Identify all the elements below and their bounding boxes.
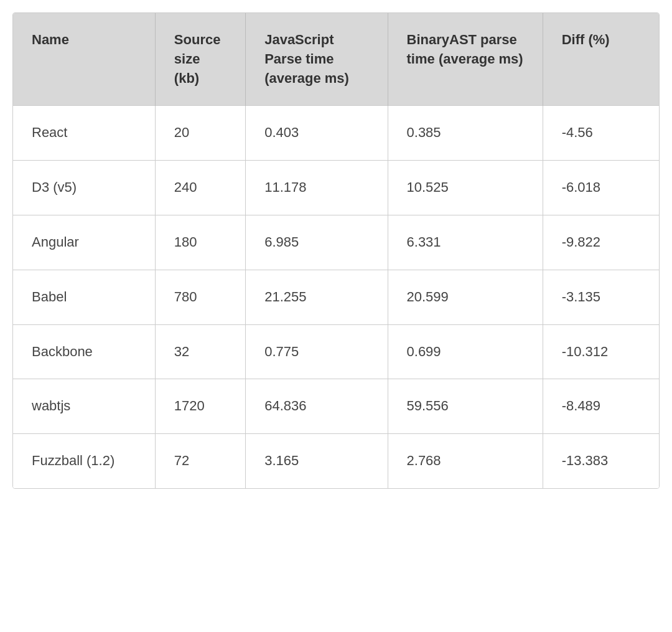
cell-js-parse-time: 0.403	[246, 106, 388, 161]
table-row: Fuzzball (1.2)723.1652.768-13.383	[13, 434, 659, 488]
header-binary-parse-time: BinaryAST parse time (average ms)	[388, 13, 543, 106]
cell-js-parse-time: 64.836	[246, 379, 388, 434]
cell-binary-parse-time: 59.556	[388, 379, 543, 434]
cell-source-size: 780	[155, 270, 245, 324]
table-row: Angular1806.9856.331-9.822	[13, 215, 659, 270]
header-diff: Diff (%)	[543, 13, 659, 106]
table-row: D3 (v5)24011.17810.525-6.018	[13, 161, 659, 215]
table-row: wabtjs172064.83659.556-8.489	[13, 379, 659, 434]
cell-name: Backbone	[13, 324, 155, 379]
cell-binary-parse-time: 20.599	[388, 270, 543, 324]
cell-source-size: 20	[155, 106, 245, 161]
cell-name: wabtjs	[13, 379, 155, 434]
cell-js-parse-time: 3.165	[246, 434, 388, 488]
cell-name: D3 (v5)	[13, 161, 155, 215]
cell-source-size: 72	[155, 434, 245, 488]
cell-js-parse-time: 6.985	[246, 215, 388, 270]
header-name: Name	[13, 13, 155, 106]
header-source-size: Source size (kb)	[155, 13, 245, 106]
cell-binary-parse-time: 2.768	[388, 434, 543, 488]
cell-diff: -4.56	[543, 106, 659, 161]
table-row: Babel78021.25520.599-3.135	[13, 270, 659, 324]
cell-binary-parse-time: 0.385	[388, 106, 543, 161]
cell-binary-parse-time: 0.699	[388, 324, 543, 379]
table-row: React200.4030.385-4.56	[13, 106, 659, 161]
cell-diff: -10.312	[543, 324, 659, 379]
cell-diff: -9.822	[543, 215, 659, 270]
cell-source-size: 32	[155, 324, 245, 379]
cell-source-size: 1720	[155, 379, 245, 434]
cell-js-parse-time: 0.775	[246, 324, 388, 379]
header-js-parse-time: JavaScript Parse time (average ms)	[246, 13, 388, 106]
cell-name: React	[13, 106, 155, 161]
cell-binary-parse-time: 10.525	[388, 161, 543, 215]
cell-diff: -6.018	[543, 161, 659, 215]
cell-name: Babel	[13, 270, 155, 324]
cell-source-size: 180	[155, 215, 245, 270]
cell-binary-parse-time: 6.331	[388, 215, 543, 270]
table-row: Backbone320.7750.699-10.312	[13, 324, 659, 379]
cell-name: Fuzzball (1.2)	[13, 434, 155, 488]
table-header-row: Name Source size (kb) JavaScript Parse t…	[13, 13, 659, 106]
cell-js-parse-time: 21.255	[246, 270, 388, 324]
cell-diff: -3.135	[543, 270, 659, 324]
cell-js-parse-time: 11.178	[246, 161, 388, 215]
cell-source-size: 240	[155, 161, 245, 215]
cell-name: Angular	[13, 215, 155, 270]
cell-diff: -8.489	[543, 379, 659, 434]
data-table: Name Source size (kb) JavaScript Parse t…	[12, 12, 660, 489]
cell-diff: -13.383	[543, 434, 659, 488]
